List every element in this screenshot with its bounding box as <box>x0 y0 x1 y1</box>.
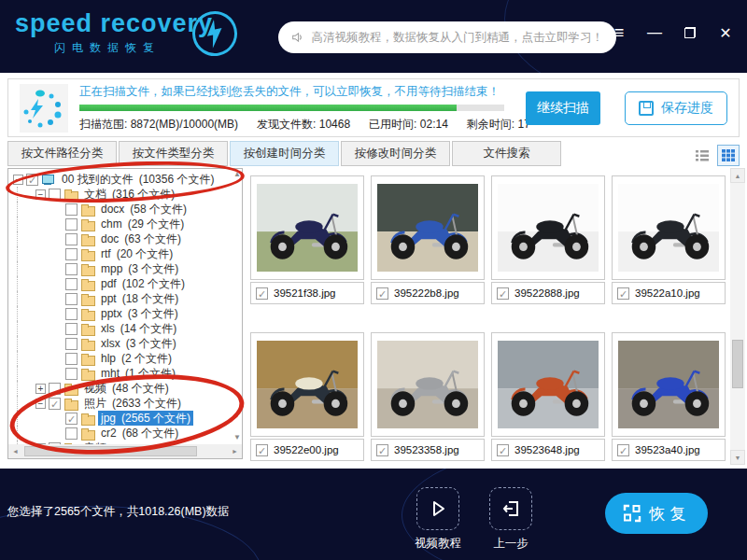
tree-item-text[interactable]: xlsx(3 个文件) <box>98 336 179 351</box>
file-thumbnail[interactable] <box>612 175 726 280</box>
tree-item-text[interactable]: ppt(18 个文件) <box>98 291 181 306</box>
file-cell[interactable]: ✓ 395222b8.jpg <box>371 175 485 304</box>
tree-item-text[interactable]: chm(29 个文件) <box>98 217 187 231</box>
recover-button[interactable]: 恢复 <box>605 493 708 534</box>
tree-item-text[interactable]: xls(14 个文件) <box>98 321 179 336</box>
tree-scroll-up-icon[interactable]: ▲ <box>233 170 241 178</box>
tree-item[interactable]: mht(1 个文件) <box>10 366 240 381</box>
file-checkbox[interactable]: ✓ <box>617 287 629 300</box>
menu-button[interactable]: ≡ <box>611 24 627 41</box>
file-cell[interactable]: ✓ 39522888.jpg <box>491 175 605 304</box>
tree-item-text[interactable]: pptx(3 个文件) <box>98 306 181 321</box>
tree-checkbox[interactable] <box>49 383 61 395</box>
file-cell[interactable]: ✓ 39523648.jpg <box>491 332 605 461</box>
tree-checkbox[interactable] <box>65 427 78 440</box>
grid-view-button[interactable] <box>717 145 740 166</box>
tree-item[interactable]: rtf(20 个文件) <box>10 246 240 261</box>
tree-checkbox[interactable]: ✓ <box>49 398 61 410</box>
tree-checkbox[interactable] <box>65 248 78 260</box>
file-checkbox[interactable]: ✓ <box>617 444 629 456</box>
tree-item[interactable]: docx(58 个文件) <box>10 202 240 217</box>
file-checkbox[interactable]: ✓ <box>376 287 388 300</box>
save-progress-button[interactable]: 保存进度 <box>625 91 727 125</box>
tree-expander-icon[interactable]: − <box>35 189 46 200</box>
tree-item-text[interactable]: rtf(20 个文件) <box>98 246 176 261</box>
tree-item[interactable]: cr2(68 个文件) <box>10 426 240 441</box>
tree-item-text[interactable]: mpp(3 个文件) <box>98 261 181 276</box>
tree-item[interactable]: chm(29 个文件) <box>10 217 240 231</box>
scroll-right-icon[interactable]: ► <box>228 444 242 458</box>
tab-by-path[interactable]: 按文件路径分类 <box>7 141 117 166</box>
tree-checkbox[interactable] <box>65 368 78 380</box>
tree-checkbox[interactable] <box>65 263 78 275</box>
grid-vscrollbar[interactable]: ▲ ▼ <box>730 168 745 465</box>
continue-scan-button[interactable]: 继续扫描 <box>526 91 600 125</box>
tree-item[interactable]: xls(14 个文件) <box>10 321 240 336</box>
file-thumbnail[interactable] <box>491 175 605 280</box>
tree-item-text[interactable]: hlp(2 个文件) <box>98 351 175 366</box>
file-cell[interactable]: ✓ 39522e00.jpg <box>250 332 364 461</box>
file-thumbnail[interactable] <box>250 175 364 280</box>
file-cell[interactable]: ✓ 39521f38.jpg <box>250 175 364 304</box>
tree-checkbox[interactable] <box>65 308 78 320</box>
tree-item[interactable]: ✓ jpg(2565 个文件) <box>10 411 240 426</box>
tree-checkbox[interactable] <box>49 189 61 201</box>
tree-item-text[interactable]: 00 找到的文件(10356 个文件) <box>59 172 217 187</box>
file-checkbox[interactable]: ✓ <box>376 444 388 456</box>
list-view-button[interactable] <box>691 145 713 166</box>
tree-item[interactable]: − ✓ 00 找到的文件(10356 个文件) <box>10 172 240 187</box>
file-cell[interactable]: ✓ 39523358.jpg <box>371 332 485 461</box>
tree-checkbox[interactable] <box>65 278 78 290</box>
tree-scroll-down-icon[interactable]: ▼ <box>233 433 241 441</box>
tree-checkbox[interactable] <box>65 338 78 350</box>
tab-by-modified[interactable]: 按修改时间分类 <box>341 141 450 166</box>
tree-checkbox[interactable]: ✓ <box>65 413 78 425</box>
video-tutorial-button[interactable] <box>416 487 459 530</box>
scroll-left-icon[interactable]: ◄ <box>8 444 22 458</box>
tree-expander-icon[interactable]: + <box>35 384 46 394</box>
tree-item[interactable]: pptx(3 个文件) <box>10 306 240 321</box>
file-thumbnail[interactable] <box>612 332 726 437</box>
tree-item[interactable]: doc(63 个文件) <box>10 231 240 246</box>
tree-item-text[interactable]: cr2(68 个文件) <box>98 426 181 441</box>
file-checkbox[interactable]: ✓ <box>497 444 509 456</box>
tree-item-text[interactable]: mht(1 个文件) <box>98 366 178 381</box>
grid-vscroll-thumb[interactable] <box>732 340 743 388</box>
tree-item-text[interactable]: 照片(2633 个文件) <box>81 396 184 411</box>
tree-item-text[interactable]: 文档(316 个文件) <box>81 187 177 202</box>
tutorial-banner[interactable]: 高清视频教程，数据恢复从入门到精通，点击立即学习！ <box>278 21 616 53</box>
tree-item[interactable]: mpp(3 个文件) <box>10 261 240 276</box>
tree-checkbox[interactable] <box>65 233 78 245</box>
tree-item[interactable]: hlp(2 个文件) <box>10 351 240 366</box>
tree-item-text[interactable]: docx(58 个文件) <box>98 202 190 217</box>
grid-scroll-down-icon[interactable]: ▼ <box>730 450 745 465</box>
previous-step-button[interactable] <box>489 487 532 530</box>
file-cell[interactable]: ✓ 39522a10.jpg <box>612 175 726 304</box>
tree-item[interactable]: xlsx(3 个文件) <box>10 336 240 351</box>
tree-item[interactable]: − 文档(316 个文件) <box>10 187 240 202</box>
tree-hscroll-thumb[interactable] <box>24 446 197 456</box>
tree-item[interactable]: ppt(18 个文件) <box>10 291 240 306</box>
file-checkbox[interactable]: ✓ <box>497 287 509 300</box>
tree-item-text[interactable]: jpg(2565 个文件) <box>98 411 193 426</box>
tree-item-text[interactable]: doc(63 个文件) <box>98 231 184 246</box>
tree-checkbox[interactable] <box>65 323 78 335</box>
file-thumbnail[interactable] <box>371 332 485 437</box>
file-checkbox[interactable]: ✓ <box>256 444 268 456</box>
tab-by-type[interactable]: 按文件类型分类 <box>119 141 228 166</box>
tab-by-created[interactable]: 按创建时间分类 <box>230 141 339 166</box>
tree-item[interactable]: pdf(102 个文件) <box>10 276 240 291</box>
tree-checkbox[interactable] <box>65 218 78 231</box>
minimize-button[interactable]: — <box>646 24 663 41</box>
tree-checkbox[interactable] <box>65 203 78 216</box>
tree-expander-icon[interactable]: − <box>35 399 46 409</box>
tree-item[interactable]: − ✓ 照片(2633 个文件) <box>10 396 240 411</box>
file-thumbnail[interactable] <box>250 332 364 437</box>
tree-item-text[interactable]: 视频(48 个文件) <box>81 381 172 396</box>
grid-scroll-up-icon[interactable]: ▲ <box>730 168 745 183</box>
close-button[interactable]: ✕ <box>717 24 734 41</box>
tree-checkbox[interactable]: ✓ <box>26 174 38 186</box>
tree-checkbox[interactable] <box>65 293 78 305</box>
file-cell[interactable]: ✓ 39523a40.jpg <box>612 332 726 461</box>
tab-file-search[interactable]: 文件搜索 <box>452 141 561 166</box>
